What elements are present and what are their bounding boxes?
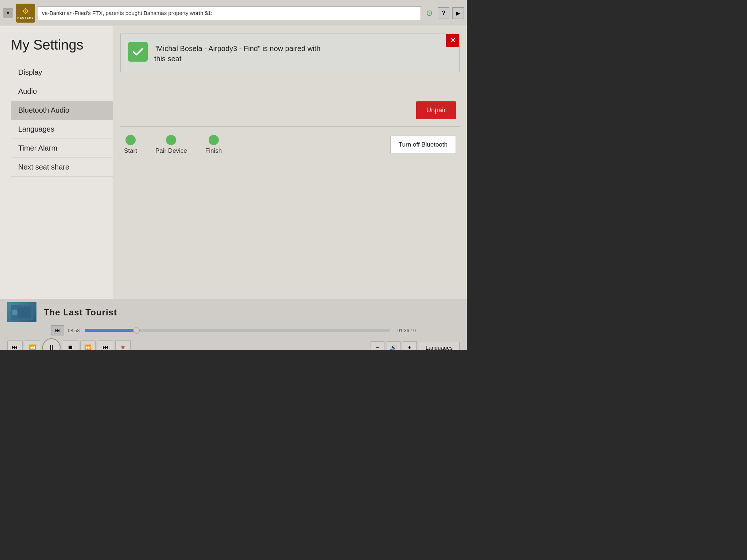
progress-fill: [85, 329, 136, 332]
paired-check-icon: [128, 42, 148, 62]
media-title: The Last Tourist: [44, 307, 117, 318]
svg-rect-2: [18, 307, 31, 318]
steps-section: Start Pair Device Finish Turn off Blueto…: [113, 127, 467, 163]
stop-button[interactable]: ⏹: [63, 341, 78, 350]
unpair-section: Unpair: [113, 94, 467, 127]
step-label-finish: Finish: [205, 147, 222, 155]
skip-forward-button[interactable]: ⏭: [98, 341, 113, 350]
sidebar-item-next-seat-share[interactable]: Next seat share: [11, 158, 113, 177]
sidebar: My Settings Display Audio Bluetooth Audi…: [0, 26, 113, 299]
unpair-button[interactable]: Unpair: [416, 101, 456, 119]
skip-back-button[interactable]: ⏮: [7, 341, 23, 350]
browser-bar: ▼ ⚙ REUTERS ve-Bankman-Fried's FTX, pare…: [0, 0, 467, 26]
step-dot-finish: [209, 135, 219, 145]
volume-section: – 🔊 + Languages: [371, 341, 460, 350]
rewind-button[interactable]: ⏪: [25, 341, 40, 350]
step-pair-device: Pair Device: [155, 135, 187, 155]
turn-off-bluetooth-button[interactable]: Turn off Bluetooth: [390, 136, 456, 154]
volume-speaker-button[interactable]: 🔊: [387, 341, 400, 350]
skip-to-start-button[interactable]: ⏮: [51, 325, 64, 335]
sidebar-item-audio[interactable]: Audio: [11, 82, 113, 101]
volume-down-button[interactable]: –: [371, 341, 384, 350]
time-remaining: -01:36:19: [394, 328, 416, 333]
notification-banner: "Michal Bosela - Airpody3 - Find" is now…: [120, 34, 460, 72]
browser-dropdown[interactable]: ▼: [3, 8, 13, 18]
progress-track[interactable]: [85, 329, 390, 332]
main-area: My Settings Display Audio Bluetooth Audi…: [0, 26, 467, 299]
sidebar-item-timer-alarm[interactable]: Timer Alarm: [11, 139, 113, 158]
reuters-gear-icon: ⚙: [22, 7, 29, 16]
step-start: Start: [124, 135, 137, 155]
languages-button[interactable]: Languages: [419, 342, 460, 350]
steps-group: Start Pair Device Finish: [124, 135, 222, 155]
reuters-logo: ⚙ REUTERS: [16, 4, 35, 23]
step-dot-start: [125, 135, 136, 145]
svg-point-1: [12, 310, 18, 315]
page-title: My Settings: [11, 37, 113, 53]
reuters-label: REUTERS: [17, 16, 34, 19]
sidebar-item-bluetooth-audio[interactable]: Bluetooth Audio: [11, 101, 113, 120]
right-panel: "Michal Bosela - Airpody3 - Find" is now…: [113, 26, 467, 299]
browser-url-bar[interactable]: ve-Bankman-Fried's FTX, parents bought B…: [38, 6, 421, 20]
wifi-icon: ⊙: [424, 8, 435, 18]
progress-bar-area: ⏮ 08:58 -01:36:19: [0, 325, 467, 337]
progress-thumb[interactable]: [133, 327, 140, 334]
media-title-bar: The Last Tourist: [0, 299, 467, 325]
scroll-button[interactable]: ▶: [452, 7, 464, 19]
close-notification-button[interactable]: ✕: [446, 34, 459, 47]
controls-row: ⏮ ⏪ ⏸ ⏹ ⏩ ⏭ ♥ – 🔊 +: [0, 337, 467, 350]
favorite-button[interactable]: ♥: [115, 341, 131, 350]
fast-forward-button[interactable]: ⏩: [80, 341, 96, 350]
help-button[interactable]: ?: [438, 7, 449, 19]
play-pause-button[interactable]: ⏸: [42, 338, 61, 350]
media-player: The Last Tourist ⏮ 08:58 -01:36:19 ⏮ ⏪ ⏸…: [0, 299, 467, 350]
step-label-start: Start: [124, 147, 137, 155]
sidebar-item-display[interactable]: Display: [11, 63, 113, 82]
step-label-pair-device: Pair Device: [155, 147, 187, 155]
notification-text: "Michal Bosela - Airpody3 - Find" is now…: [154, 42, 321, 64]
media-thumbnail: [7, 302, 36, 322]
volume-up-button[interactable]: +: [403, 341, 417, 350]
step-finish: Finish: [205, 135, 222, 155]
current-time: 08:58: [68, 328, 81, 333]
sidebar-item-languages[interactable]: Languages: [11, 120, 113, 139]
step-dot-pair-device: [166, 135, 176, 145]
